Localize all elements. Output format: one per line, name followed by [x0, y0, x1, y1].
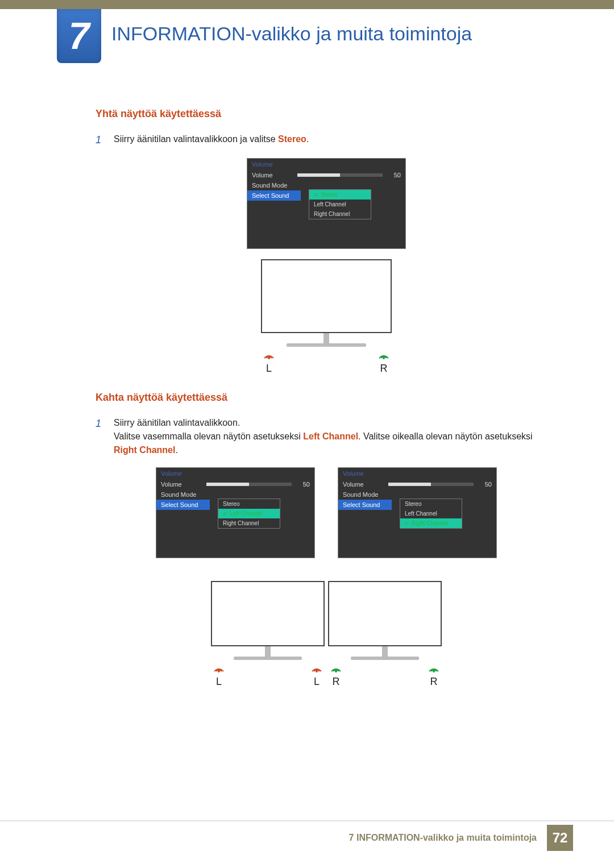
osd-menu-single: Volume Volume 50 Sound Mode Select Sound… — [247, 158, 406, 249]
osd-title-r: Volume — [338, 468, 496, 479]
chapter-number: 7 — [69, 15, 90, 57]
page-number: 72 — [547, 825, 573, 851]
svg-point-5 — [433, 670, 435, 672]
osd-opt-stereo-r[interactable]: Stereo — [400, 499, 462, 509]
label-R-left: R — [330, 676, 342, 688]
sound-icon — [378, 349, 389, 359]
svg-point-4 — [335, 670, 337, 672]
osd-opt-left-r[interactable]: Left Channel — [400, 509, 462, 518]
osd-slider-r[interactable] — [388, 483, 474, 486]
osd-sm-l[interactable]: Sound Mode — [161, 491, 206, 498]
monitor-illustration-left: L L — [211, 581, 325, 688]
monitor-illustration-right: R R — [328, 581, 442, 688]
footer-text: 7 INFORMATION-valikko ja muita toimintoj… — [349, 833, 537, 843]
osd-opt-left[interactable]: Left Channel — [309, 200, 371, 209]
osd-val-r: 50 — [478, 481, 492, 488]
right-channel-text: Right Channel — [114, 445, 175, 455]
osd-menu-left: Volume Volume50 Sound Mode Select Sound … — [156, 467, 315, 558]
osd-soundmode-label: Sound Mode — [252, 182, 297, 189]
osd-opt-right-r[interactable]: Right Channel — [400, 518, 462, 528]
footer: 7 INFORMATION-valikko ja muita toimintoj… — [349, 825, 573, 851]
top-stripe — [0, 0, 614, 9]
osd-title: Volume — [247, 159, 405, 170]
step-text-2: Siirry äänitilan valintavalikkoon. Valit… — [114, 416, 557, 457]
osd-title-l: Volume — [156, 468, 314, 479]
sound-icon — [311, 662, 322, 672]
osd-volume-value: 50 — [387, 172, 401, 178]
osd-popup: Stereo Left Channel Right Channel — [309, 189, 371, 219]
label-R: R — [378, 363, 389, 375]
osd-sm-r[interactable]: Sound Mode — [343, 491, 388, 498]
subheading-two-displays: Kahta näyttöä käytettäessä — [96, 392, 557, 404]
sound-icon — [213, 662, 225, 672]
svg-point-1 — [383, 357, 385, 359]
svg-point-3 — [316, 670, 318, 672]
step2-line2a: Valitse vasemmalla olevan näytön asetuks… — [114, 431, 303, 441]
step2-line1: Siirry äänitilan valintavalikkoon. — [114, 416, 557, 430]
step-text-before: Siirry äänitilan valintavalikkoon ja val… — [114, 134, 278, 144]
footer-separator — [0, 820, 614, 821]
chapter-tab: 7 — [57, 9, 101, 63]
label-R-right: R — [428, 676, 439, 688]
subheading-one-display: Yhtä näyttöä käytettäessä — [96, 108, 557, 120]
stereo-text: Stereo — [278, 134, 306, 144]
step-row: 1 Siirry äänitilan valintavalikkoon ja v… — [96, 132, 557, 148]
osd-opt-left-l[interactable]: Left Channel — [218, 509, 280, 518]
monitor-illustration-single: L R — [261, 259, 392, 375]
osd-volume-row: Volume 50 — [247, 170, 405, 180]
osd-popup-l: Stereo Left Channel Right Channel — [218, 499, 280, 529]
step-text: Siirry äänitilan valintavalikkoon ja val… — [114, 132, 309, 148]
svg-point-0 — [268, 357, 270, 359]
label-L: L — [263, 363, 275, 375]
step-number: 1 — [96, 132, 106, 148]
osd-opt-right[interactable]: Right Channel — [309, 209, 371, 219]
osd-opt-stereo[interactable]: Stereo — [309, 190, 371, 200]
step-text-after: . — [306, 134, 309, 144]
osd-opt-stereo-l[interactable]: Stereo — [218, 499, 280, 509]
osd-sel-l[interactable]: Select Sound — [156, 500, 210, 510]
step-row-2: 1 Siirry äänitilan valintavalikkoon. Val… — [96, 416, 557, 457]
osd-val-l: 50 — [296, 481, 310, 488]
osd-volume-slider[interactable] — [297, 173, 383, 177]
sound-icon — [330, 662, 342, 672]
sound-icon — [263, 349, 275, 359]
step2-line2c: . — [175, 445, 177, 455]
osd-popup-r: Stereo Left Channel Right Channel — [400, 499, 462, 529]
label-L-right: L — [311, 676, 322, 688]
osd-slider-l[interactable] — [206, 483, 292, 486]
label-L-left: L — [213, 676, 225, 688]
osd-select-sound[interactable]: Select Sound — [247, 190, 301, 201]
step-number-2: 1 — [96, 416, 106, 457]
left-channel-text: Left Channel — [303, 431, 358, 441]
osd-vol-lbl-l: Volume — [161, 481, 206, 488]
osd-opt-right-l[interactable]: Right Channel — [218, 518, 280, 528]
step2-line2b: . Valitse oikealla olevan näytön asetuks… — [358, 431, 533, 441]
osd-volume-label: Volume — [252, 172, 297, 178]
osd-sel-r[interactable]: Select Sound — [338, 500, 392, 510]
svg-point-2 — [218, 670, 220, 672]
osd-menu-right: Volume Volume50 Sound Mode Select Sound … — [338, 467, 497, 558]
osd-vol-lbl-r: Volume — [343, 481, 388, 488]
sound-icon — [428, 662, 439, 672]
chapter-title: INFORMATION-valikko ja muita toimintoja — [111, 23, 472, 45]
